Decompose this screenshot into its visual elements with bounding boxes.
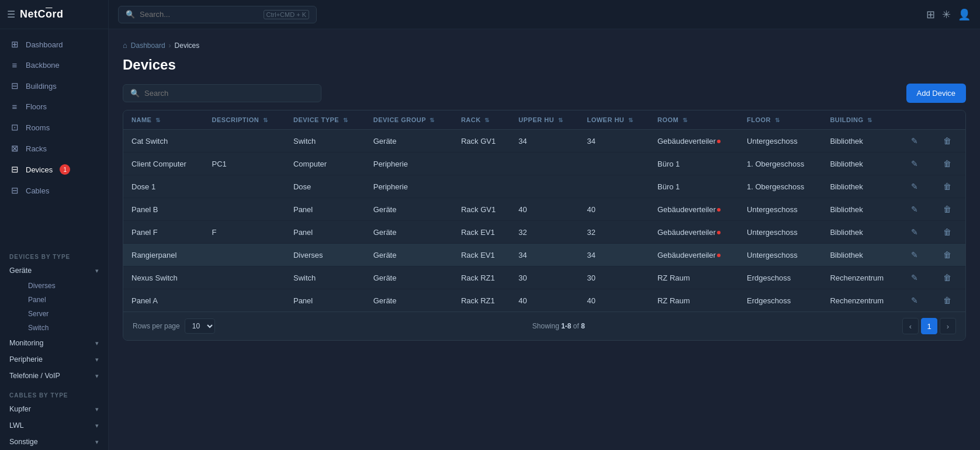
category-child-server[interactable]: Server bbox=[19, 307, 108, 321]
cell-device-type: Panel bbox=[285, 289, 365, 312]
prev-page-button[interactable]: ‹ bbox=[902, 318, 919, 334]
sidebar-item-racks[interactable]: ⊠ Racks bbox=[0, 138, 108, 159]
cell-device-type: Computer bbox=[285, 153, 365, 175]
delete-icon[interactable]: 🗑 bbox=[941, 226, 954, 238]
sidebar-item-dashboard[interactable]: ⊞ Dashboard bbox=[0, 34, 108, 55]
cell-edit[interactable]: ✎ bbox=[901, 221, 932, 244]
cell-edit[interactable]: ✎ bbox=[901, 130, 932, 153]
user-icon[interactable]: 👤 bbox=[958, 8, 971, 21]
cell-building: Bibliothek bbox=[822, 175, 901, 198]
menu-icon[interactable]: ☰ bbox=[7, 9, 15, 20]
edit-icon[interactable]: ✎ bbox=[909, 181, 920, 192]
col-room[interactable]: ROOM ⇅ bbox=[649, 110, 739, 130]
col-lower-hu[interactable]: LOWER HU ⇅ bbox=[579, 110, 649, 130]
cell-device-type: Switch bbox=[285, 130, 365, 153]
table-search-input[interactable] bbox=[144, 89, 314, 98]
buildings-icon: ⊟ bbox=[9, 81, 20, 91]
cell-delete[interactable]: 🗑 bbox=[933, 244, 965, 266]
cell-device-group: Geräte bbox=[365, 130, 453, 153]
cell-delete[interactable]: 🗑 bbox=[933, 221, 965, 244]
col-device-type[interactable]: DEVICE TYPE ⇅ bbox=[285, 110, 365, 130]
cell-building: Bibliothek bbox=[822, 153, 901, 175]
category-child-diverses[interactable]: Diverses bbox=[19, 279, 108, 293]
add-device-button[interactable]: Add Device bbox=[906, 84, 966, 103]
sidebar-item-label: Devices bbox=[26, 165, 53, 174]
col-floor[interactable]: FLOOR ⇅ bbox=[739, 110, 822, 130]
page-title: Devices bbox=[123, 57, 966, 73]
cell-edit[interactable]: ✎ bbox=[901, 153, 932, 175]
sidebar-item-cables[interactable]: ⊟ Cables bbox=[0, 180, 108, 201]
chevron-down-icon: ▾ bbox=[95, 267, 99, 275]
category-peripherie-header[interactable]: Peripherie ▾ bbox=[0, 351, 108, 368]
edit-icon[interactable]: ✎ bbox=[909, 203, 920, 215]
page-1-button[interactable]: 1 bbox=[921, 318, 937, 334]
category-child-panel[interactable]: Panel bbox=[19, 293, 108, 307]
cell-edit[interactable]: ✎ bbox=[901, 244, 932, 266]
sort-icon: ⇅ bbox=[683, 117, 688, 123]
sidebar-item-devices[interactable]: ⊟ Devices 1 bbox=[0, 159, 108, 180]
col-upper-hu[interactable]: UPPER HU ⇅ bbox=[510, 110, 579, 130]
chevron-right-icon: ▾ bbox=[95, 422, 99, 430]
next-page-button[interactable]: › bbox=[940, 318, 956, 334]
col-description[interactable]: DESCRIPTION ⇅ bbox=[203, 110, 285, 130]
delete-icon[interactable]: 🗑 bbox=[941, 158, 954, 169]
cell-edit[interactable]: ✎ bbox=[901, 198, 932, 221]
global-search-box[interactable]: 🔍 Ctrl+CMD + K bbox=[118, 6, 317, 23]
edit-icon[interactable]: ✎ bbox=[909, 135, 920, 147]
col-building[interactable]: BUILDING ⇅ bbox=[822, 110, 901, 130]
sidebar-item-rooms[interactable]: ⊡ Rooms bbox=[0, 117, 108, 138]
edit-icon[interactable]: ✎ bbox=[909, 158, 920, 169]
sidebar-item-backbone[interactable]: ≡ Backbone bbox=[0, 55, 108, 75]
delete-icon[interactable]: 🗑 bbox=[941, 181, 954, 192]
delete-icon[interactable]: 🗑 bbox=[941, 203, 954, 215]
category-child-switch[interactable]: Switch bbox=[19, 321, 108, 335]
page-total: 8 bbox=[581, 322, 585, 330]
category-sonstige-header[interactable]: Sonstige ▾ bbox=[0, 434, 108, 450]
category-telefonie-header[interactable]: Telefonie / VoIP ▾ bbox=[0, 368, 108, 384]
sidebar-item-floors[interactable]: ≡ Floors bbox=[0, 96, 108, 117]
asterisk-icon[interactable]: ✳ bbox=[942, 8, 951, 21]
category-lwl-header[interactable]: LWL ▾ bbox=[0, 417, 108, 434]
sidebar-item-buildings[interactable]: ⊟ Buildings bbox=[0, 75, 108, 96]
cell-delete[interactable]: 🗑 bbox=[933, 198, 965, 221]
cell-delete[interactable]: 🗑 bbox=[933, 130, 965, 153]
cell-device-group: Peripherie bbox=[365, 153, 453, 175]
cell-room: Gebäudeverteiler bbox=[649, 244, 739, 266]
edit-icon[interactable]: ✎ bbox=[909, 226, 920, 238]
delete-icon[interactable]: 🗑 bbox=[941, 272, 954, 283]
edit-icon[interactable]: ✎ bbox=[909, 272, 920, 283]
cell-floor: 1. Obergeschoss bbox=[739, 175, 822, 198]
col-name[interactable]: NAME ⇅ bbox=[123, 110, 203, 130]
category-monitoring-header[interactable]: Monitoring ▾ bbox=[0, 335, 108, 351]
table-search-box[interactable]: 🔍 bbox=[123, 84, 321, 102]
delete-icon[interactable]: 🗑 bbox=[941, 249, 954, 261]
sort-icon: ⇅ bbox=[558, 117, 563, 123]
cell-delete[interactable]: 🗑 bbox=[933, 153, 965, 175]
cell-name: Cat Switch bbox=[123, 130, 203, 153]
cell-name: Panel B bbox=[123, 198, 203, 221]
col-rack[interactable]: RACK ⇅ bbox=[453, 110, 510, 130]
breadcrumb-dashboard-link[interactable]: Dashboard bbox=[131, 41, 165, 50]
devices-by-type-label: DEVICES BY TYPE bbox=[0, 245, 108, 262]
cell-edit[interactable]: ✎ bbox=[901, 175, 932, 198]
table-row: Rangierpanel Diverses Geräte Rack EV1 34… bbox=[123, 244, 965, 266]
delete-icon[interactable]: 🗑 bbox=[941, 295, 954, 306]
category-gerate-header[interactable]: Geräte ▾ bbox=[0, 262, 108, 279]
category-telefonie-label: Telefonie / VoIP bbox=[9, 372, 60, 380]
cell-edit[interactable]: ✎ bbox=[901, 266, 932, 289]
category-kupfer-header[interactable]: Kupfer ▾ bbox=[0, 401, 108, 417]
col-device-group[interactable]: DEVICE GROUP ⇅ bbox=[365, 110, 453, 130]
delete-icon[interactable]: 🗑 bbox=[941, 135, 954, 147]
cell-delete[interactable]: 🗑 bbox=[933, 266, 965, 289]
sort-icon: ⇅ bbox=[263, 117, 268, 123]
edit-icon[interactable]: ✎ bbox=[909, 295, 920, 306]
cell-device-type: Panel bbox=[285, 198, 365, 221]
edit-icon[interactable]: ✎ bbox=[909, 249, 920, 261]
cell-delete[interactable]: 🗑 bbox=[933, 289, 965, 312]
global-search-input[interactable] bbox=[140, 10, 259, 19]
terminal-icon[interactable]: ⊞ bbox=[926, 8, 935, 21]
cell-edit[interactable]: ✎ bbox=[901, 289, 932, 312]
rows-per-page-select[interactable]: 10 25 50 bbox=[185, 319, 215, 334]
category-sonstige-label: Sonstige bbox=[9, 438, 38, 446]
cell-delete[interactable]: 🗑 bbox=[933, 175, 965, 198]
